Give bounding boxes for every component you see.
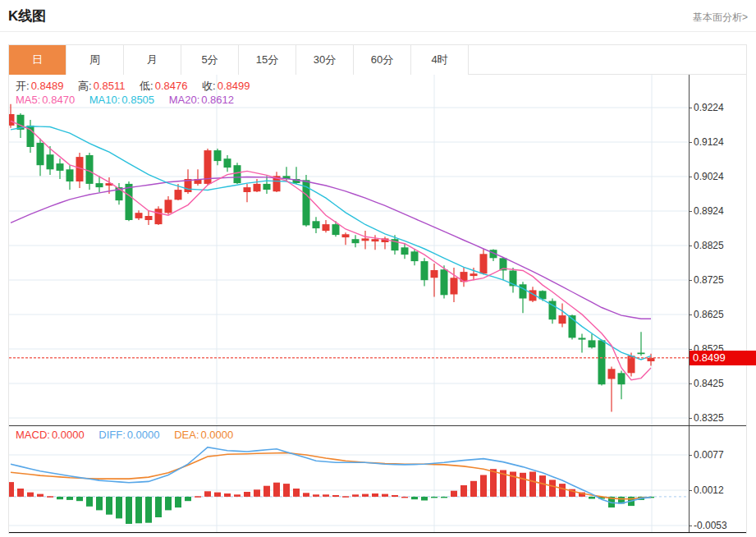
macd-bar (332, 495, 339, 497)
macd-bar (342, 496, 349, 498)
macd-bar (352, 494, 359, 497)
ma5-line (11, 121, 651, 379)
tab-15min[interactable]: 15分 (239, 45, 296, 75)
macd-bar (392, 495, 398, 497)
tab-4hour[interactable]: 4时 (411, 45, 469, 75)
tab-day[interactable]: 日 (9, 45, 66, 75)
tab-week[interactable]: 周 (66, 45, 124, 75)
macd-bar (175, 497, 181, 507)
macd-bar (9, 482, 14, 497)
candle-body (608, 369, 616, 379)
current-price-badge: 0.8499 (690, 351, 756, 365)
candle-body (165, 200, 172, 213)
price-axis: 0.92240.91240.90240.89240.88250.87250.86… (689, 75, 756, 426)
candle-body (342, 234, 350, 237)
candle-body (66, 169, 74, 181)
candle-body (86, 155, 94, 184)
candle-body (520, 284, 527, 298)
candle-body (96, 183, 103, 187)
price-axis-tick: 0.9024 (689, 170, 724, 183)
macd-region[interactable]: MACD:0.0000 DIFF:0.0000 DEA:0.0000 (9, 426, 689, 533)
macd-bar (313, 494, 319, 497)
macd-bar (254, 489, 260, 497)
macd-bar (195, 496, 201, 498)
candle-body (9, 114, 15, 126)
macd-bar (303, 493, 309, 497)
macd-bar (214, 493, 221, 497)
candle-body (37, 143, 44, 165)
macd-bar (224, 493, 231, 497)
candle-body (145, 216, 153, 220)
price-axis-tick: 0.9124 (689, 135, 724, 149)
macd-gridlines (9, 426, 689, 533)
page-title: K线图 (8, 7, 46, 25)
tab-month[interactable]: 月 (124, 45, 181, 75)
title-bar: K线图 基本面分析> (0, 0, 756, 32)
candle-body (579, 338, 586, 340)
main-gridlines (9, 75, 689, 426)
candle-body (480, 254, 488, 273)
price-axis-tick: 0.8625 (689, 308, 724, 321)
tab-60min[interactable]: 60分 (354, 45, 411, 75)
kline-widget: 日 周 月 5分 15分 30分 60分 4时 开:0.8489 高:0.851… (8, 44, 747, 534)
macd-bar (421, 497, 428, 501)
macd-bar (529, 472, 536, 497)
panel-separator (9, 425, 746, 426)
macd-bar (480, 475, 487, 498)
candle-body (214, 150, 222, 161)
tab-5min[interactable]: 5分 (181, 45, 239, 75)
macd-bar (263, 486, 270, 497)
macd-bar (441, 497, 447, 498)
ma10-line (11, 126, 651, 360)
macd-bar (520, 473, 526, 497)
y-axis-line (689, 75, 690, 533)
candle-body (372, 239, 379, 241)
candle-body (234, 165, 241, 183)
candle-body (598, 340, 606, 384)
chart-area: 开:0.8489 高:0.8511 低:0.8476 收:0.8499 MA5:… (9, 75, 746, 533)
macd-bar (155, 497, 162, 517)
macd-bar (185, 497, 191, 501)
period-tab-bar: 日 周 月 5分 15分 30分 60分 4时 (9, 45, 746, 75)
price-axis-tick: 0.9224 (689, 101, 724, 114)
candle-body (362, 238, 369, 241)
macd-bar (27, 493, 34, 497)
macd-bar (539, 475, 546, 497)
candle-body (618, 373, 625, 384)
macd-bar (490, 469, 497, 497)
macd-bar (135, 497, 142, 523)
macd-bar (372, 493, 378, 497)
candle-body (401, 247, 409, 255)
main-chart-region[interactable]: 开:0.8489 高:0.8511 低:0.8476 收:0.8499 MA5:… (9, 75, 689, 426)
macd-bar (559, 484, 566, 497)
candle-body (57, 163, 64, 171)
macd-bar (362, 494, 369, 497)
macd-bar (283, 484, 290, 497)
candle-body (638, 353, 645, 355)
candlestick-chart-canvas[interactable] (9, 75, 689, 426)
candle-body (411, 251, 419, 261)
candle-body (421, 261, 428, 280)
macd-bar (401, 497, 408, 498)
candle-body (431, 270, 438, 278)
macd-bar (66, 497, 73, 500)
candle-body (135, 213, 143, 218)
macd-bar (165, 497, 172, 511)
macd-bar (460, 485, 467, 497)
macd-bar (17, 489, 24, 497)
macd-chart-canvas[interactable] (9, 426, 689, 533)
price-axis-tick: 0.8825 (689, 239, 724, 252)
macd-bar (234, 494, 241, 497)
candle-body (313, 221, 320, 228)
fundamental-analysis-link[interactable]: 基本面分析> (693, 11, 748, 25)
macd-bar (37, 494, 44, 497)
macd-axis-tick: 0.0077 (689, 448, 724, 461)
macd-bar (549, 480, 556, 497)
candle-body (263, 184, 271, 190)
candle-body (126, 184, 133, 220)
macd-axis-tick: 0.0012 (689, 484, 724, 497)
macd-bar (411, 497, 418, 499)
candle-body (244, 187, 251, 192)
candle-body (441, 269, 448, 295)
tab-30min[interactable]: 30分 (296, 45, 354, 75)
